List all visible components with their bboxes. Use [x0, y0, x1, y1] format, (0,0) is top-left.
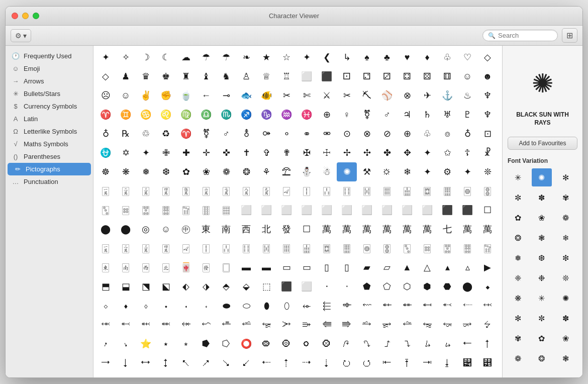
symbol-cell[interactable]: 🀈: [116, 181, 136, 201]
symbol-cell[interactable]: ▱: [377, 258, 397, 277]
symbol-cell[interactable]: 🀑: [196, 239, 216, 258]
symbol-cell[interactable]: ♻: [156, 124, 176, 143]
symbol-cell[interactable]: ▭: [276, 258, 297, 277]
symbol-cell[interactable]: ⭿: [276, 372, 297, 377]
symbol-cell[interactable]: ♆: [477, 105, 498, 124]
symbol-cell[interactable]: ⮂: [337, 372, 357, 377]
symbol-cell[interactable]: ⬛: [317, 67, 337, 86]
symbol-cell[interactable]: ⮅: [397, 372, 417, 377]
symbol-cell[interactable]: ⬯: [276, 296, 297, 315]
symbol-cell[interactable]: 🀅: [196, 258, 216, 277]
symbol-cell[interactable]: ⚃: [397, 67, 417, 86]
symbol-cell[interactable]: ⚩: [256, 124, 276, 143]
symbol-cell[interactable]: ♁: [95, 124, 116, 143]
symbol-cell[interactable]: ⬜: [297, 277, 317, 296]
symbol-cell[interactable]: 萬: [357, 220, 377, 239]
symbol-cell[interactable]: 萬: [457, 220, 477, 239]
symbol-cell[interactable]: ✄: [297, 86, 317, 105]
symbol-cell[interactable]: ⭘: [297, 334, 317, 353]
font-variation-cell[interactable]: ✳: [508, 168, 528, 186]
grid-toggle-button[interactable]: ⊞: [562, 28, 577, 43]
symbol-cell[interactable]: ⭅: [317, 315, 337, 334]
symbol-cell[interactable]: ⭋: [437, 315, 457, 334]
symbol-cell[interactable]: ⭫: [276, 353, 297, 372]
symbol-cell[interactable]: ⊡: [477, 124, 498, 143]
symbol-cell[interactable]: ⭹: [156, 372, 176, 377]
symbol-cell[interactable]: ♝: [196, 67, 216, 86]
symbol-cell[interactable]: ⬤: [116, 220, 136, 239]
symbol-cell[interactable]: 萬: [397, 220, 417, 239]
symbol-cell[interactable]: ✦: [417, 162, 437, 181]
symbol-cell[interactable]: ⮇: [437, 372, 457, 377]
symbol-cell[interactable]: ⌾: [437, 124, 457, 143]
symbol-cell[interactable]: ⚓: [437, 86, 457, 105]
symbol-cell[interactable]: ⭼: [216, 372, 236, 377]
symbol-cell[interactable]: ✢: [337, 143, 357, 162]
symbol-cell[interactable]: 🀒: [317, 181, 337, 201]
symbol-cell[interactable]: ⬕: [156, 277, 176, 296]
font-variation-cell[interactable]: ✽: [532, 188, 552, 207]
symbol-cell[interactable]: ✧: [116, 48, 136, 67]
symbol-cell[interactable]: ⬥: [477, 277, 498, 296]
symbol-cell[interactable]: ⭸: [136, 372, 156, 377]
font-variation-cell[interactable]: ❃: [555, 349, 575, 367]
symbol-cell[interactable]: ♣: [377, 48, 397, 67]
symbol-cell[interactable]: ⚧: [357, 105, 377, 124]
symbol-cell[interactable]: 🀗: [417, 181, 437, 201]
symbol-cell[interactable]: ⛄: [297, 162, 317, 181]
sidebar-item-bullets-stars[interactable]: ✳Bullets/Stars: [6, 87, 93, 100]
symbol-cell[interactable]: ♡: [457, 48, 477, 67]
symbol-cell[interactable]: ⭏: [116, 334, 136, 353]
symbol-cell[interactable]: ❀: [196, 162, 216, 181]
font-variation-cell[interactable]: ❈: [508, 269, 528, 287]
font-variation-cell[interactable]: ❁: [555, 209, 575, 227]
symbol-cell[interactable]: ⛭: [377, 162, 397, 181]
symbol-cell[interactable]: 🀟: [477, 239, 498, 258]
symbol-cell[interactable]: ⚂: [377, 67, 397, 86]
symbol-cell[interactable]: 🐠: [256, 86, 276, 105]
symbol-cell[interactable]: ❊: [477, 162, 498, 181]
symbol-cell[interactable]: 🀇: [95, 181, 116, 201]
maximize-button[interactable]: [33, 13, 39, 19]
symbol-cell[interactable]: ✝: [236, 143, 256, 162]
symbol-cell[interactable]: ⭑: [156, 334, 176, 353]
symbol-cell[interactable]: 🀔: [256, 239, 276, 258]
symbol-cell[interactable]: ⭨: [216, 353, 236, 372]
symbol-cell[interactable]: ⭧: [196, 353, 216, 372]
symbol-cell[interactable]: 🀑: [297, 181, 317, 201]
font-variation-cell[interactable]: ✻: [555, 168, 575, 186]
symbol-cell[interactable]: ☐: [477, 201, 498, 220]
symbol-cell[interactable]: 🀖: [297, 239, 317, 258]
font-variation-cell[interactable]: ❀: [532, 209, 552, 227]
symbol-cell[interactable]: ✡: [116, 143, 136, 162]
symbol-cell[interactable]: ✩: [437, 143, 457, 162]
symbol-cell[interactable]: ⬜: [297, 201, 317, 220]
symbol-cell[interactable]: ⬤: [95, 220, 116, 239]
symbol-cell[interactable]: ⬛: [276, 277, 297, 296]
symbol-cell[interactable]: 🀕: [276, 239, 297, 258]
symbol-cell[interactable]: ⭪: [256, 353, 276, 372]
symbol-cell[interactable]: ♕: [256, 67, 276, 86]
search-box[interactable]: 🔍: [482, 30, 558, 41]
symbol-cell[interactable]: ◎: [136, 220, 156, 239]
symbol-cell[interactable]: ⭟: [437, 334, 457, 353]
symbol-cell[interactable]: ✜: [216, 143, 236, 162]
symbol-cell[interactable]: ⭢: [95, 353, 116, 372]
symbol-cell[interactable]: ⭍: [477, 315, 498, 334]
symbol-cell[interactable]: ◇: [95, 67, 116, 86]
symbol-cell[interactable]: ⬜: [297, 67, 317, 86]
add-to-favourites-button[interactable]: Add to Favourites: [508, 137, 577, 150]
symbol-cell[interactable]: ⭺: [176, 372, 196, 377]
font-variation-cell[interactable]: ✾: [555, 188, 575, 207]
symbol-cell[interactable]: 🀙: [457, 181, 477, 201]
symbol-cell[interactable]: ⭝: [397, 334, 417, 353]
symbol-cell[interactable]: ↳: [337, 48, 357, 67]
symbol-cell[interactable]: 🀠: [196, 201, 216, 220]
symbol-cell[interactable]: ⬜: [377, 201, 397, 220]
symbol-cell[interactable]: ⊘: [377, 124, 397, 143]
symbol-cell[interactable]: ⭖: [256, 334, 276, 353]
symbol-cell[interactable]: ⭙: [317, 334, 337, 353]
symbol-cell[interactable]: 南: [216, 220, 236, 239]
symbol-cell[interactable]: ⬺: [95, 315, 116, 334]
symbol-cell[interactable]: ⭐: [136, 334, 156, 353]
